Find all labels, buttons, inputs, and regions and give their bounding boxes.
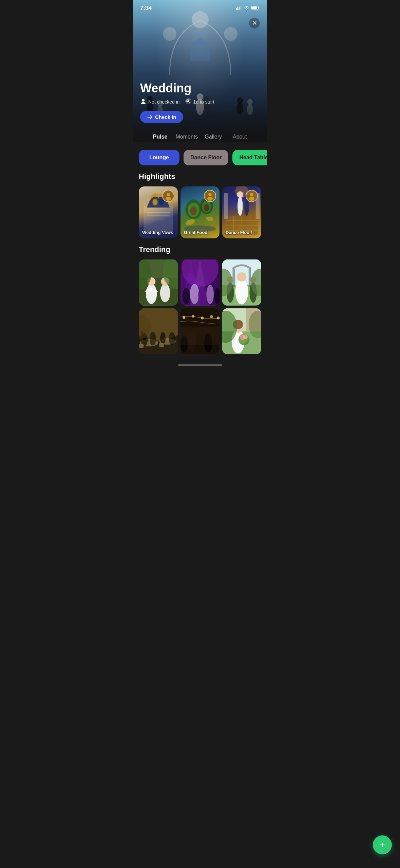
- checkin-status: Not checked in: [140, 98, 180, 106]
- highlight-label-2: Great Food!: [184, 230, 216, 235]
- home-bar: [178, 364, 222, 366]
- trending-img-2: [180, 259, 220, 305]
- person-icon: [140, 98, 146, 106]
- svg-point-44: [185, 218, 196, 226]
- trending-img-6: [222, 308, 261, 354]
- highlight-label-1: Wedding Vows: [142, 230, 174, 235]
- svg-point-70: [160, 284, 170, 302]
- svg-rect-91: [232, 269, 235, 287]
- close-icon: ✕: [252, 19, 257, 27]
- category-chip-lounge[interactable]: Lounge: [139, 150, 179, 165]
- countdown-item: 1d to start: [185, 98, 214, 106]
- avatar-img-1: [163, 191, 174, 201]
- battery-icon: [251, 5, 260, 11]
- trending-img-5: [180, 308, 220, 354]
- highlight-avatar-1: [162, 190, 174, 202]
- tab-gallery[interactable]: Gallery: [200, 130, 227, 143]
- svg-rect-106: [159, 343, 164, 347]
- svg-rect-104: [141, 331, 143, 345]
- close-button[interactable]: ✕: [249, 18, 260, 29]
- svg-point-102: [169, 332, 175, 345]
- svg-point-32: [152, 199, 157, 205]
- trending-card-6[interactable]: [222, 308, 261, 354]
- home-indicator: [133, 361, 267, 373]
- hero-title: Wedding: [140, 81, 260, 95]
- status-icons: [236, 5, 260, 11]
- svg-point-48: [207, 197, 213, 201]
- trending-card-5[interactable]: [180, 308, 220, 354]
- svg-point-23: [142, 99, 145, 102]
- highlight-card-dance-floor[interactable]: Dance Floor!: [222, 186, 261, 238]
- svg-point-58: [244, 199, 249, 216]
- hero-content: Wedding Not checked in: [133, 81, 267, 143]
- svg-rect-0: [236, 8, 237, 10]
- svg-rect-1: [237, 7, 239, 10]
- checkin-button[interactable]: Check In: [140, 111, 183, 123]
- svg-point-65: [249, 197, 254, 201]
- hero-section: ✕ Wedding Not checked in: [133, 0, 267, 143]
- tab-moments[interactable]: Moments: [173, 130, 200, 143]
- svg-point-24: [187, 100, 189, 102]
- svg-rect-118: [180, 327, 220, 345]
- highlights-section: Highlights: [133, 172, 267, 245]
- signal-icon: [236, 5, 242, 11]
- checkin-arrow-icon: [147, 114, 152, 120]
- trending-card-4[interactable]: [139, 308, 178, 354]
- svg-point-101: [160, 332, 166, 344]
- trending-grid: [139, 259, 261, 354]
- svg-rect-2: [239, 6, 240, 10]
- checkin-button-label: Check In: [155, 114, 176, 120]
- svg-rect-105: [139, 344, 144, 348]
- svg-point-64: [250, 193, 253, 196]
- svg-rect-60: [224, 193, 228, 219]
- highlight-label-3: Dance Floor!: [226, 230, 258, 235]
- category-scroll[interactable]: Lounge Dance Floor Head Table Ceremony: [133, 143, 267, 172]
- svg-point-108: [183, 316, 185, 319]
- svg-point-109: [192, 315, 194, 318]
- trending-img-4: [139, 308, 178, 354]
- svg-point-128: [243, 334, 248, 339]
- tab-bar: Pulse Moments Gallery About: [140, 130, 260, 143]
- highlight-card-great-food[interactable]: Great Food!: [180, 186, 220, 238]
- trending-img-1: [139, 259, 178, 305]
- svg-point-86: [237, 272, 246, 282]
- svg-point-39: [190, 206, 197, 215]
- svg-point-68: [146, 284, 157, 304]
- broadcast-icon: [185, 98, 191, 106]
- svg-point-85: [235, 279, 248, 305]
- status-bar: 7:34: [133, 0, 267, 14]
- category-chip-headtable[interactable]: Head Table: [232, 150, 267, 165]
- trending-section: Trending: [133, 245, 267, 361]
- svg-rect-92: [249, 269, 251, 287]
- trending-title: Trending: [139, 245, 261, 254]
- tab-about[interactable]: About: [227, 130, 253, 143]
- highlight-avatar-2: [204, 190, 216, 202]
- svg-rect-131: [246, 308, 261, 331]
- svg-point-47: [208, 193, 212, 196]
- svg-point-36: [166, 197, 171, 201]
- svg-point-56: [237, 196, 243, 216]
- checkin-status-text: Not checked in: [148, 99, 180, 105]
- trending-card-1[interactable]: [139, 259, 178, 305]
- highlights-title: Highlights: [139, 172, 261, 181]
- status-time: 7:34: [140, 5, 152, 12]
- tab-pulse[interactable]: Pulse: [147, 130, 173, 143]
- countdown-text: 1d to start: [193, 99, 214, 105]
- trending-card-2[interactable]: [180, 259, 220, 305]
- avatar-img-3: [246, 191, 257, 201]
- svg-point-111: [210, 315, 213, 318]
- svg-point-100: [150, 332, 156, 346]
- svg-point-35: [167, 193, 170, 196]
- highlight-avatar-3: [246, 190, 258, 202]
- svg-point-45: [205, 216, 214, 222]
- main-content: Lounge Dance Floor Head Table Ceremony H…: [133, 143, 267, 373]
- highlight-card-wedding-vows[interactable]: Wedding Vows: [139, 186, 178, 238]
- trending-card-3[interactable]: [222, 259, 261, 305]
- highlights-grid: Wedding Vows: [139, 186, 261, 238]
- wifi-icon: [244, 5, 249, 11]
- svg-rect-5: [252, 6, 257, 9]
- trending-img-3: [222, 259, 261, 305]
- category-chip-dancefloor[interactable]: Dance Floor: [184, 150, 228, 165]
- svg-rect-3: [241, 6, 242, 10]
- svg-point-110: [201, 317, 204, 319]
